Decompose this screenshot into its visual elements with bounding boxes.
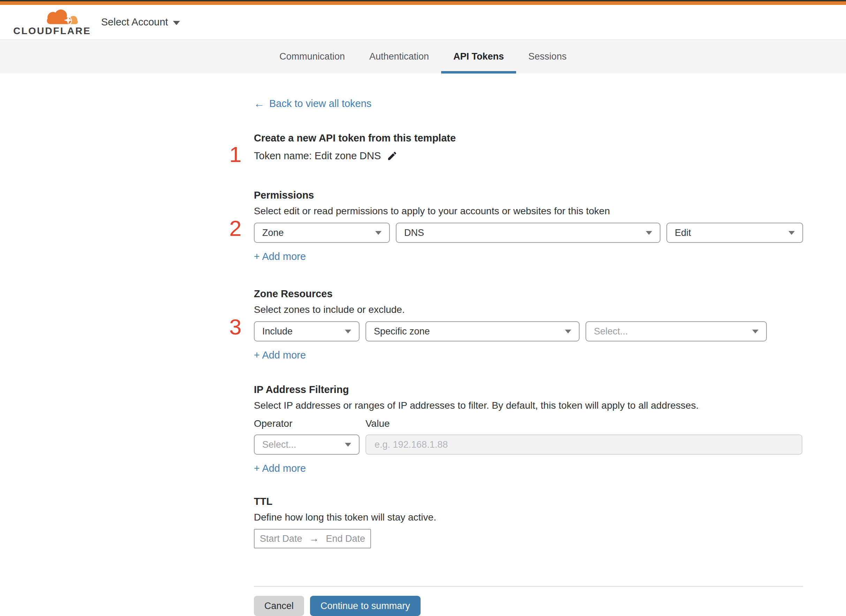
end-date-placeholder: End Date: [326, 534, 365, 544]
chevron-down-icon: [565, 330, 571, 333]
ttl-section: TTL Define how long this token will stay…: [254, 495, 803, 549]
operator-label: Operator: [254, 418, 365, 430]
permission-access-value: Edit: [675, 227, 691, 238]
cloudflare-cloud-icon: [38, 8, 81, 27]
continue-to-summary-button[interactable]: Continue to summary: [310, 596, 421, 616]
account-selector-label: Select Account: [101, 16, 168, 28]
permissions-subtitle: Select edit or read permissions to apply…: [254, 205, 803, 217]
token-name-value: Token name: Edit zone DNS: [254, 149, 381, 162]
permission-scope-select[interactable]: Zone: [254, 223, 390, 243]
step-number-2: 2: [225, 217, 246, 239]
value-label: Value: [365, 418, 390, 430]
ttl-title: TTL: [254, 495, 803, 508]
token-name-section: 1 Create a new API token from this templ…: [254, 132, 803, 162]
chevron-down-icon: [646, 231, 652, 235]
zone-mode-select[interactable]: Include: [254, 321, 359, 342]
ip-operator-placeholder: Select...: [262, 439, 296, 450]
permission-scope-value: Zone: [262, 227, 284, 238]
step-number-1: 1: [225, 144, 246, 166]
zone-picker-placeholder: Select...: [594, 326, 628, 337]
ip-filtering-title: IP Address Filtering: [254, 383, 803, 396]
ip-operator-select[interactable]: Select...: [254, 434, 359, 455]
chevron-down-icon: [345, 443, 351, 447]
zone-resources-section: 3 Zone Resources Select zones to include…: [254, 287, 803, 362]
permission-access-select[interactable]: Edit: [667, 223, 803, 243]
tab-label: API Tokens: [453, 51, 504, 62]
tab-communication[interactable]: Communication: [267, 40, 357, 73]
ip-filtering-section: IP Address Filtering Select IP addresses…: [254, 383, 803, 475]
profile-tabbar: Communication Authentication API Tokens …: [0, 40, 846, 73]
permission-service-select[interactable]: DNS: [396, 223, 661, 243]
ip-filtering-subtitle: Select IP addresses or ranges of IP addr…: [254, 400, 803, 412]
ip-value-input[interactable]: [365, 434, 802, 455]
back-link-label: Back to view all tokens: [269, 98, 371, 109]
permissions-add-more-link[interactable]: + Add more: [254, 250, 306, 263]
account-selector[interactable]: Select Account: [101, 16, 180, 28]
edit-pencil-icon[interactable]: [387, 151, 397, 161]
form-footer: Cancel Continue to summary: [254, 596, 803, 616]
permissions-section: 2 Permissions Select edit or read permis…: [254, 189, 803, 263]
cloudflare-wordmark: CLOUDFLARE: [13, 25, 91, 37]
footer-divider: [254, 586, 803, 587]
cancel-button[interactable]: Cancel: [254, 596, 304, 616]
tab-sessions[interactable]: Sessions: [516, 40, 579, 73]
chevron-down-icon: [375, 231, 381, 235]
zone-resources-subtitle: Select zones to include or exclude.: [254, 304, 803, 316]
step-number-3: 3: [225, 316, 246, 338]
zone-resources-title: Zone Resources: [254, 287, 803, 300]
zone-picker-select[interactable]: Select...: [586, 321, 767, 342]
back-to-tokens-link[interactable]: ← Back to view all tokens: [254, 98, 371, 109]
arrow-right-icon: →: [309, 533, 319, 544]
zone-type-value: Specific zone: [374, 326, 430, 337]
cloudflare-logo: CLOUDFLARE: [13, 6, 82, 39]
permissions-title: Permissions: [254, 189, 803, 202]
tab-authentication[interactable]: Authentication: [357, 40, 441, 73]
tab-label: Communication: [280, 51, 345, 62]
zone-resources-add-more-link[interactable]: + Add more: [254, 348, 306, 362]
section-heading: Create a new API token from this templat…: [254, 132, 803, 145]
brand-accent-bar: [0, 1, 846, 5]
token-template-form: ← Back to view all tokens 1 Create a new…: [254, 73, 803, 616]
ip-filtering-add-more-link[interactable]: + Add more: [254, 462, 306, 475]
permission-service-value: DNS: [404, 227, 424, 238]
ttl-subtitle: Define how long this token will stay act…: [254, 512, 803, 523]
ttl-date-range-picker[interactable]: Start Date → End Date: [254, 529, 371, 549]
chevron-down-icon: [789, 231, 795, 235]
start-date-placeholder: Start Date: [260, 534, 302, 544]
back-arrow-icon: ←: [254, 98, 265, 109]
chevron-down-icon: [752, 330, 758, 333]
tab-api-tokens[interactable]: API Tokens: [441, 40, 516, 73]
chevron-down-icon: [173, 21, 180, 25]
zone-type-select[interactable]: Specific zone: [365, 321, 580, 342]
tab-label: Authentication: [369, 51, 429, 62]
chevron-down-icon: [345, 330, 351, 333]
tab-label: Sessions: [528, 51, 566, 62]
zone-mode-value: Include: [262, 326, 293, 337]
app-header: CLOUDFLARE Select Account: [0, 5, 846, 40]
